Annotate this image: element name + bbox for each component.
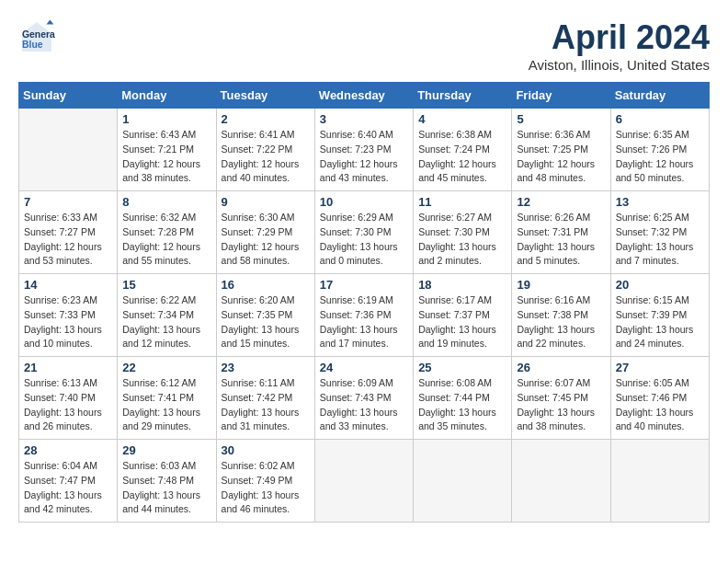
svg-text:Blue: Blue (22, 40, 43, 50)
day-number: 24 (320, 361, 408, 374)
calendar-cell: 7Sunrise: 6:33 AM Sunset: 7:27 PM Daylig… (19, 191, 118, 274)
day-number: 25 (418, 361, 506, 374)
calendar-cell: 9Sunrise: 6:30 AM Sunset: 7:29 PM Daylig… (216, 191, 314, 274)
day-info: Sunrise: 6:22 AM Sunset: 7:34 PM Dayligh… (122, 293, 210, 351)
day-number: 17 (320, 278, 408, 292)
calendar-cell: 13Sunrise: 6:25 AM Sunset: 7:32 PM Dayli… (610, 191, 709, 274)
week-row-3: 14Sunrise: 6:23 AM Sunset: 7:33 PM Dayli… (19, 274, 710, 357)
calendar-cell: 21Sunrise: 6:13 AM Sunset: 7:40 PM Dayli… (19, 357, 118, 440)
day-number: 21 (24, 361, 112, 374)
day-info: Sunrise: 6:35 AM Sunset: 7:26 PM Dayligh… (616, 128, 704, 186)
day-number: 16 (222, 278, 310, 292)
svg-marker-3 (46, 20, 53, 25)
calendar-cell: 15Sunrise: 6:22 AM Sunset: 7:34 PM Dayli… (118, 274, 216, 357)
calendar-cell: 20Sunrise: 6:15 AM Sunset: 7:39 PM Dayli… (610, 274, 709, 357)
day-number: 29 (122, 443, 210, 457)
day-info: Sunrise: 6:07 AM Sunset: 7:45 PM Dayligh… (517, 376, 605, 434)
calendar-cell: 24Sunrise: 6:09 AM Sunset: 7:43 PM Dayli… (314, 357, 413, 440)
calendar-cell: 17Sunrise: 6:19 AM Sunset: 7:36 PM Dayli… (314, 274, 413, 357)
day-number: 6 (616, 112, 704, 126)
calendar-table: SundayMondayTuesdayWednesdayThursdayFrid… (18, 82, 710, 523)
calendar-cell: 11Sunrise: 6:27 AM Sunset: 7:30 PM Dayli… (414, 191, 512, 274)
logo-icon: General Blue (18, 18, 55, 55)
calendar-cell: 28Sunrise: 6:04 AM Sunset: 7:47 PM Dayli… (19, 440, 118, 523)
day-number: 14 (24, 278, 112, 292)
title-block: April 2024 Aviston, Illinois, United Sta… (529, 18, 710, 73)
day-info: Sunrise: 6:36 AM Sunset: 7:25 PM Dayligh… (517, 128, 605, 186)
location: Aviston, Illinois, United States (529, 57, 710, 73)
calendar-cell: 19Sunrise: 6:16 AM Sunset: 7:38 PM Dayli… (512, 274, 610, 357)
weekday-header-friday: Friday (512, 83, 610, 109)
calendar-cell: 26Sunrise: 6:07 AM Sunset: 7:45 PM Dayli… (512, 357, 610, 440)
calendar-cell: 10Sunrise: 6:29 AM Sunset: 7:30 PM Dayli… (314, 191, 413, 274)
calendar-cell: 3Sunrise: 6:40 AM Sunset: 7:23 PM Daylig… (314, 109, 413, 191)
calendar-cell: 14Sunrise: 6:23 AM Sunset: 7:33 PM Dayli… (19, 274, 118, 357)
day-number: 9 (222, 195, 310, 209)
day-number: 27 (616, 361, 704, 374)
day-info: Sunrise: 6:43 AM Sunset: 7:21 PM Dayligh… (122, 128, 210, 186)
calendar-cell: 2Sunrise: 6:41 AM Sunset: 7:22 PM Daylig… (216, 109, 314, 191)
calendar-cell: 4Sunrise: 6:38 AM Sunset: 7:24 PM Daylig… (414, 109, 512, 191)
week-row-5: 28Sunrise: 6:04 AM Sunset: 7:47 PM Dayli… (19, 440, 710, 523)
day-number: 3 (320, 112, 408, 126)
day-info: Sunrise: 6:40 AM Sunset: 7:23 PM Dayligh… (320, 128, 408, 186)
day-number: 2 (222, 112, 310, 126)
calendar-cell: 16Sunrise: 6:20 AM Sunset: 7:35 PM Dayli… (216, 274, 314, 357)
day-number: 20 (616, 278, 704, 292)
calendar-cell (314, 440, 413, 523)
day-number: 4 (418, 112, 506, 126)
day-info: Sunrise: 6:25 AM Sunset: 7:32 PM Dayligh… (616, 211, 704, 269)
weekday-header-wednesday: Wednesday (314, 83, 413, 109)
month-title: April 2024 (529, 18, 710, 57)
day-info: Sunrise: 6:38 AM Sunset: 7:24 PM Dayligh… (418, 128, 506, 186)
day-info: Sunrise: 6:16 AM Sunset: 7:38 PM Dayligh… (517, 293, 605, 351)
calendar-cell: 27Sunrise: 6:05 AM Sunset: 7:46 PM Dayli… (610, 357, 709, 440)
calendar-cell: 18Sunrise: 6:17 AM Sunset: 7:37 PM Dayli… (414, 274, 512, 357)
day-info: Sunrise: 6:13 AM Sunset: 7:40 PM Dayligh… (24, 376, 112, 434)
day-info: Sunrise: 6:05 AM Sunset: 7:46 PM Dayligh… (616, 376, 704, 434)
day-info: Sunrise: 6:12 AM Sunset: 7:41 PM Dayligh… (122, 376, 210, 434)
day-info: Sunrise: 6:11 AM Sunset: 7:42 PM Dayligh… (222, 376, 310, 434)
day-number: 18 (418, 278, 506, 292)
day-info: Sunrise: 6:15 AM Sunset: 7:39 PM Dayligh… (616, 293, 704, 351)
day-info: Sunrise: 6:23 AM Sunset: 7:33 PM Dayligh… (24, 293, 112, 351)
calendar-cell (19, 109, 118, 191)
svg-text:General: General (22, 29, 55, 40)
week-row-4: 21Sunrise: 6:13 AM Sunset: 7:40 PM Dayli… (19, 357, 710, 440)
day-info: Sunrise: 6:03 AM Sunset: 7:48 PM Dayligh… (122, 459, 210, 517)
calendar-cell: 30Sunrise: 6:02 AM Sunset: 7:49 PM Dayli… (216, 440, 314, 523)
day-info: Sunrise: 6:02 AM Sunset: 7:49 PM Dayligh… (222, 459, 310, 517)
calendar-cell: 29Sunrise: 6:03 AM Sunset: 7:48 PM Dayli… (118, 440, 216, 523)
logo: General Blue General Blue (18, 18, 59, 55)
day-info: Sunrise: 6:41 AM Sunset: 7:22 PM Dayligh… (222, 128, 310, 186)
day-info: Sunrise: 6:29 AM Sunset: 7:30 PM Dayligh… (320, 211, 408, 269)
day-info: Sunrise: 6:04 AM Sunset: 7:47 PM Dayligh… (24, 459, 112, 517)
week-row-2: 7Sunrise: 6:33 AM Sunset: 7:27 PM Daylig… (19, 191, 710, 274)
day-number: 8 (122, 195, 210, 209)
day-info: Sunrise: 6:30 AM Sunset: 7:29 PM Dayligh… (222, 211, 310, 269)
day-info: Sunrise: 6:32 AM Sunset: 7:28 PM Dayligh… (122, 211, 210, 269)
day-number: 11 (418, 195, 506, 209)
calendar-cell (512, 440, 610, 523)
day-number: 5 (517, 112, 605, 126)
calendar-cell: 22Sunrise: 6:12 AM Sunset: 7:41 PM Dayli… (118, 357, 216, 440)
weekday-header-thursday: Thursday (414, 83, 512, 109)
day-info: Sunrise: 6:26 AM Sunset: 7:31 PM Dayligh… (517, 211, 605, 269)
calendar-cell: 1Sunrise: 6:43 AM Sunset: 7:21 PM Daylig… (118, 109, 216, 191)
day-number: 1 (122, 112, 210, 126)
calendar-cell: 12Sunrise: 6:26 AM Sunset: 7:31 PM Dayli… (512, 191, 610, 274)
day-info: Sunrise: 6:17 AM Sunset: 7:37 PM Dayligh… (418, 293, 506, 351)
calendar-cell (610, 440, 709, 523)
day-number: 12 (517, 195, 605, 209)
calendar-cell: 25Sunrise: 6:08 AM Sunset: 7:44 PM Dayli… (414, 357, 512, 440)
day-number: 10 (320, 195, 408, 209)
day-info: Sunrise: 6:33 AM Sunset: 7:27 PM Dayligh… (24, 211, 112, 269)
day-number: 22 (122, 361, 210, 374)
calendar-cell: 5Sunrise: 6:36 AM Sunset: 7:25 PM Daylig… (512, 109, 610, 191)
week-row-1: 1Sunrise: 6:43 AM Sunset: 7:21 PM Daylig… (19, 109, 710, 191)
day-number: 28 (24, 443, 112, 457)
day-number: 30 (222, 443, 310, 457)
calendar-cell: 8Sunrise: 6:32 AM Sunset: 7:28 PM Daylig… (118, 191, 216, 274)
weekday-header-saturday: Saturday (610, 83, 709, 109)
page-header: General Blue General Blue April 2024 Avi… (18, 18, 710, 73)
